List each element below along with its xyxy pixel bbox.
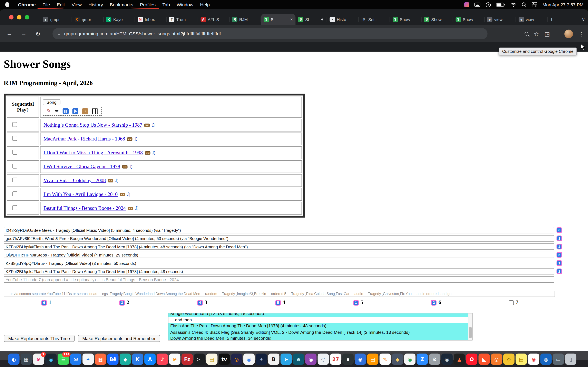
dock-photos-2[interactable]: ❀ <box>169 354 180 365</box>
paintbrush-icon[interactable]: ✎ <box>47 109 51 114</box>
dock-stickies[interactable]: ▤ <box>516 354 527 365</box>
browser-tab[interactable]: R RJM <box>229 14 261 25</box>
youtube-code-input[interactable] <box>4 276 554 283</box>
browser-tab[interactable]: C rjmpr <box>72 14 104 25</box>
reload-button[interactable]: ↻ <box>33 29 43 39</box>
sequential-play-checkbox[interactable] <box>12 192 17 196</box>
sequential-play-checkbox[interactable] <box>12 164 17 169</box>
dock-brave[interactable]: ◣ <box>479 354 490 365</box>
extensions-icon[interactable]: ◳ <box>545 31 550 37</box>
browser-tab[interactable]: K Kayo <box>104 14 135 25</box>
dock-keynote[interactable]: K <box>132 354 143 365</box>
dock-camera[interactable]: ◉ <box>355 354 366 365</box>
dock-apple-tv[interactable]: tv <box>219 354 230 365</box>
replacement-listbox[interactable]: Boogie Wonderland [12" (8 minutes, 16 se… <box>168 313 472 341</box>
scrollbar-thumb[interactable] <box>469 327 472 338</box>
dock-calendar[interactable]: 27 <box>330 354 341 365</box>
browser-tab[interactable]: S Show <box>453 14 484 25</box>
dock-disk[interactable]: ◍ <box>540 354 552 365</box>
media-controls-icon[interactable]: ≡ <box>555 31 559 37</box>
site-info-icon[interactable]: ≡ <box>58 31 61 36</box>
dock-music[interactable]: ♪ <box>157 354 168 365</box>
dock-b-app[interactable]: B <box>268 354 279 365</box>
menu-item[interactable]: Chrome <box>15 2 39 7</box>
dock-messages[interactable]: ☰ 214 <box>58 354 69 365</box>
dock-appstore[interactable]: A <box>144 354 156 365</box>
forward-button[interactable]: → <box>19 29 29 39</box>
order-checkbox[interactable] <box>509 300 514 305</box>
radio-icon[interactable]: ♪ <box>82 108 88 114</box>
make-replacements-remember-button[interactable]: Make Replacements and Remember <box>78 335 160 342</box>
ink-brush-icon[interactable]: ✒ <box>55 109 59 114</box>
dock-terminal[interactable]: >_ <box>194 354 205 365</box>
browser-tab[interactable]: S S × <box>261 14 295 25</box>
song-link[interactable]: I Will Survive - Gloria Gaynor - 1978 <box>43 164 120 169</box>
search-ideas-input[interactable] <box>4 291 555 297</box>
song-link[interactable]: Beautiful Things - Benson Boone - 2024 <box>43 205 126 211</box>
dock-launchpad[interactable]: ▦ <box>21 354 32 365</box>
browser-tab[interactable]: S Show <box>390 14 421 25</box>
youtube-code-input[interactable] <box>4 235 554 242</box>
bookmark-star-icon[interactable]: ☆ <box>534 31 539 37</box>
browser-tab[interactable]: r rjmpr <box>40 14 72 25</box>
song-link[interactable]: Viva la Vida - Coldplay - 2008 <box>43 178 106 183</box>
apple-menu-icon[interactable] <box>5 2 9 7</box>
youtube-code-input[interactable] <box>4 243 554 250</box>
minimize-window-button[interactable] <box>17 15 21 19</box>
dock-calendar-app[interactable]: ▦ <box>95 354 106 365</box>
make-replacements-button[interactable]: Make Replacements This Time <box>4 335 74 342</box>
dock-zoom[interactable]: Z <box>417 354 428 365</box>
dock-steam[interactable]: ◉ <box>441 354 453 365</box>
dock-affinity[interactable]: ▲ <box>454 354 465 365</box>
sequential-play-checkbox[interactable] <box>12 150 17 155</box>
browser-tab[interactable]: ⚙ Setti <box>359 14 390 25</box>
play-icon[interactable] <box>72 108 78 114</box>
browser-tab[interactable]: ◔ Histo <box>327 14 359 25</box>
dock-firefox[interactable]: ◎ <box>231 354 242 365</box>
dock-edge[interactable]: e <box>293 354 304 365</box>
menu-item[interactable]: History <box>85 2 107 7</box>
tab-audio-icon[interactable] <box>321 18 324 21</box>
spotlight-search-icon[interactable] <box>521 2 526 7</box>
dock-filezilla[interactable]: Fz <box>182 354 193 365</box>
zoom-icon[interactable] <box>525 32 528 35</box>
dock-mail[interactable]: ✉ <box>70 354 81 365</box>
tab-search-chevron-icon[interactable]: ∨ <box>582 17 585 22</box>
dock-safari[interactable]: ✦ <box>82 354 94 365</box>
sequential-play-checkbox[interactable] <box>12 122 17 127</box>
screen-mirroring-icon[interactable] <box>485 2 491 7</box>
browser-tab[interactable]: A AFL S <box>198 14 229 25</box>
zoom-window-button[interactable] <box>25 15 29 19</box>
browser-tab[interactable]: M Inbox <box>135 14 166 25</box>
browser-tab[interactable]: S Sl <box>295 14 327 25</box>
listbox-option[interactable]: ... and then ... <box>168 317 468 323</box>
listbox-option[interactable]: Flash And The Pan - Down Among The Dead … <box>168 323 468 329</box>
browser-tab[interactable]: S Show <box>421 14 453 25</box>
dock-opera[interactable]: O <box>466 354 477 365</box>
menu-item[interactable]: Window <box>173 2 197 7</box>
dock-podcasts[interactable]: ◉ <box>305 354 316 365</box>
dock-utility[interactable]: ∎ <box>342 354 354 365</box>
menu-item[interactable]: Bookmarks <box>106 2 137 7</box>
menu-item[interactable]: Profiles <box>137 2 159 7</box>
listbox-scrollbar[interactable] <box>468 313 472 340</box>
dock-ide[interactable]: ✦ <box>256 354 267 365</box>
listbox-option[interactable]: Down Among the Dead Men (5 minutes, 34 s… <box>168 335 468 341</box>
dock-display[interactable]: ▭ <box>553 354 564 365</box>
song-link[interactable]: I Don`t Want to Miss a Thing - Aerosmith… <box>43 150 143 156</box>
sequential-play-checkbox[interactable] <box>12 178 17 183</box>
song-button[interactable]: Song <box>43 99 60 105</box>
dock-notes[interactable]: ▤ <box>206 354 217 365</box>
pause-icon[interactable] <box>63 108 69 114</box>
keyboard-icon[interactable] <box>474 3 480 7</box>
sequential-play-checkbox[interactable] <box>12 205 17 210</box>
listbox-option[interactable]: Assassin's Creed 4: Black Flag [Sea Shan… <box>168 329 468 335</box>
menu-item[interactable]: View <box>68 2 85 7</box>
dock-preview[interactable]: ◌ <box>318 354 329 365</box>
wifi-icon[interactable] <box>510 2 516 7</box>
menu-item[interactable]: Edit <box>53 2 68 7</box>
dock-teal-app[interactable]: ◆ <box>120 354 131 365</box>
menu-item[interactable]: Help <box>197 2 213 7</box>
back-button[interactable]: ← <box>4 29 14 39</box>
dock-books[interactable]: ▤ <box>367 354 378 365</box>
